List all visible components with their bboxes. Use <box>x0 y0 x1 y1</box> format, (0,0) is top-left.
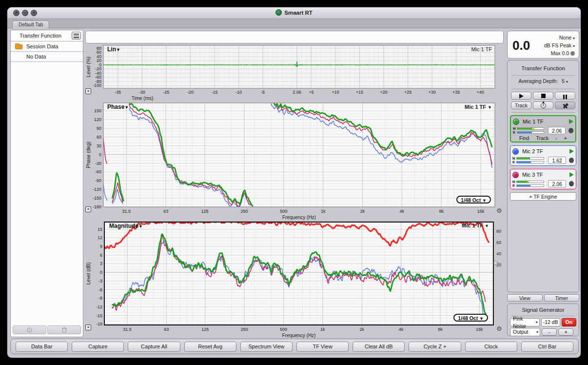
delay-plus-button[interactable]: + <box>564 135 567 141</box>
sidebar-item-session-data[interactable]: Session Data <box>11 42 83 52</box>
svg-text:-3: -3 <box>98 279 102 284</box>
meter-max-readout[interactable]: Max 0.0 <box>544 49 575 57</box>
bottom-bar-tf-view-button[interactable]: TF View <box>296 342 349 352</box>
clock-button[interactable] <box>13 325 46 334</box>
magnitude-settings-gear-icon[interactable]: ⚙ <box>496 325 502 332</box>
bottom-bar-clear-all-db-button[interactable]: Clear All dB <box>353 342 405 352</box>
engine-dot-button[interactable] <box>568 128 573 133</box>
timer-button[interactable]: Timer <box>544 294 580 302</box>
measurement-meter <box>516 181 544 183</box>
mic-led-icon <box>513 119 519 125</box>
tf-engine-card-3[interactable]: Mic 3 TFMR2.06 <box>510 169 576 189</box>
bottom-bar-cycle-z--button[interactable]: Cycle Z + <box>409 342 461 352</box>
engine-dot-button[interactable] <box>569 158 574 163</box>
menu-icon[interactable] <box>72 32 81 40</box>
delay-timer-button[interactable] <box>533 101 553 109</box>
noise-type-dropdown[interactable]: Pink Noise▾ <box>510 318 540 326</box>
engine-play-icon[interactable] <box>569 149 574 154</box>
bottom-bar-ctrl-bar-button[interactable]: Ctrl Bar <box>521 342 573 352</box>
lin-plot-canvas[interactable]: -35-30-25-20-15-10-52.06+5+10+15+20+25+3… <box>84 44 505 102</box>
magnitude-plot-canvas[interactable]: 31.5631252505001k2k4k8k16k15129630-3-6-9… <box>84 221 505 338</box>
delay-time-field[interactable]: 2.06 <box>548 180 566 187</box>
title-bar[interactable]: × − + Smaart RT <box>7 7 581 19</box>
lin-plot-type-dropdown[interactable]: Lin▼ <box>107 46 120 53</box>
tf-engine-card-1[interactable]: Mic 1 TFMR2.06FindTrack-+ <box>510 115 576 142</box>
delay-minus-button[interactable]: - <box>555 135 557 141</box>
svg-text:+40: +40 <box>477 90 484 95</box>
svg-text:120: 120 <box>94 117 101 122</box>
dropdown-caret-icon: ▼ <box>479 316 484 321</box>
svg-text:80: 80 <box>496 229 501 234</box>
trash-button[interactable] <box>47 325 81 334</box>
svg-text:250: 250 <box>241 327 248 332</box>
tools-button[interactable] <box>555 101 575 109</box>
phase-plot-type-dropdown[interactable]: Phase▼ <box>107 103 129 110</box>
add-tf-engine-button[interactable]: + TF Engine <box>510 192 576 201</box>
bottom-bar-capture-button[interactable]: Capture <box>72 342 124 352</box>
bottom-bar-clock-button[interactable]: Clock <box>465 342 517 352</box>
delay-time-field[interactable]: 1.62 <box>548 157 566 164</box>
lin-plot-close-icon[interactable]: × <box>85 88 91 94</box>
svg-text:-9: -9 <box>98 296 102 301</box>
tab-default[interactable]: Default Tab <box>12 20 49 28</box>
data-bar-strip[interactable] <box>85 31 504 43</box>
stopwatch-icon <box>541 103 546 108</box>
meter-source-dropdown[interactable]: None ▾ <box>544 34 575 41</box>
svg-text:4k: 4k <box>400 209 405 214</box>
dropdown-caret-icon: ▼ <box>485 223 489 228</box>
svg-text:-15: -15 <box>96 313 102 318</box>
bottom-bar-capture-all-button[interactable]: Capture All <box>128 342 180 352</box>
delay-time-field[interactable]: 2.06 <box>548 127 566 134</box>
phase-trace-selector[interactable]: Mic 1 TF ▼ <box>465 104 492 110</box>
dropdown-caret-icon: ▼ <box>488 105 492 110</box>
peak-level-value: 0.0 <box>512 38 530 53</box>
svg-text:250: 250 <box>240 209 248 214</box>
mic-led-icon <box>512 148 519 155</box>
phase-settings-gear-icon[interactable]: ⚙ <box>496 207 502 214</box>
phase-plot-canvas[interactable]: 31.5631252505001k2k4k8k16k1501209060300-… <box>84 102 505 221</box>
magnitude-trace-selector[interactable]: Mic 1 TF ▼ <box>462 223 489 228</box>
sidebar-header: Transfer Function <box>11 30 83 41</box>
svg-text:6: 6 <box>100 253 102 258</box>
svg-text:Level (dB): Level (dB) <box>86 263 91 285</box>
reset-max-dot-icon[interactable] <box>570 51 575 56</box>
generator-level-field[interactable]: -12 dB <box>541 318 560 326</box>
magnitude-plot-type-dropdown[interactable]: Magnitude▼ <box>109 223 143 229</box>
track-button[interactable]: Track <box>511 101 531 109</box>
svg-text:60: 60 <box>97 135 101 140</box>
window-title: Smaart RT <box>7 9 581 16</box>
sidebar-title: Transfer Function <box>11 33 70 39</box>
bottom-bar-data-bar-button[interactable]: Data Bar <box>16 342 68 352</box>
tf-engine-card-2[interactable]: Mic 2 TFMR1.62 <box>510 145 576 166</box>
engine-play-icon[interactable] <box>569 172 574 177</box>
bottom-bar-reset-avg-button[interactable]: Reset Avg <box>184 342 236 352</box>
clock-icon <box>27 327 32 333</box>
mic-name: Mic 1 TF <box>523 119 569 124</box>
magnitude-octave-dropdown[interactable]: 1/48 Oct ▼ <box>453 314 488 322</box>
magnitude-plot-close-icon[interactable]: × <box>85 324 91 330</box>
level-minus-button[interactable]: - <box>542 328 557 336</box>
svg-text:63: 63 <box>164 327 169 332</box>
bottom-bar-spectrum-view-button[interactable]: Spectrum View <box>240 342 293 352</box>
generator-output-dropdown[interactable]: Output▾ <box>510 328 540 336</box>
phase-plot-close-icon[interactable]: × <box>85 206 91 212</box>
sidebar-item-no-data[interactable]: No Data <box>11 52 83 62</box>
track-delay-button[interactable]: Track <box>536 135 549 141</box>
pause-button[interactable] <box>555 92 575 100</box>
phase-octave-dropdown[interactable]: 1/48 Oct ▼ <box>456 196 491 203</box>
svg-text:8k: 8k <box>439 209 444 214</box>
generator-on-button[interactable]: On <box>562 318 576 326</box>
svg-text:Level (%): Level (%) <box>86 57 91 77</box>
svg-text:2k: 2k <box>359 327 364 332</box>
find-delay-button[interactable]: Find <box>519 135 529 141</box>
stop-button[interactable] <box>533 92 553 100</box>
engine-dot-button[interactable] <box>569 181 574 186</box>
meter-scale-dropdown[interactable]: dB FS Peak ▾ <box>544 41 575 49</box>
view-button[interactable]: View <box>507 294 543 302</box>
meter-r-label: R <box>512 161 516 164</box>
averaging-depth-control[interactable]: Averaging Depth: 5 ▾ <box>508 78 579 84</box>
play-button[interactable] <box>511 92 531 100</box>
engine-play-icon[interactable] <box>569 119 573 124</box>
level-plus-button[interactable]: + <box>558 328 573 336</box>
tab-strip: Default Tab <box>7 19 581 28</box>
